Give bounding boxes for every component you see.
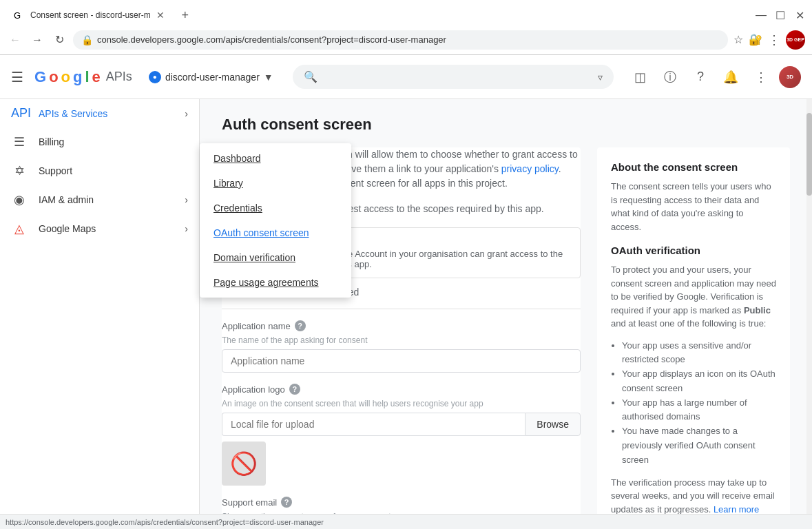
app-logo-help-icon[interactable]: ? xyxy=(289,384,300,395)
support-email-help-icon[interactable]: ? xyxy=(281,497,292,508)
app-logo-label-row: Application logo ? xyxy=(222,384,581,395)
sidebar: API APIs & Services › ☰ Billing ✡ Suppor… xyxy=(0,99,200,514)
app-name-help-icon[interactable]: ? xyxy=(295,320,306,331)
browser-chrome: G Consent screen - discord-user-m ✕ + — … xyxy=(0,0,812,55)
dropdown-item-oauth[interactable]: OAuth consent screen xyxy=(200,220,351,245)
minimize-button[interactable]: — xyxy=(754,9,768,21)
address-bar-actions: ☆ 🔐 ⋮ 3D GEP xyxy=(733,30,805,50)
support-icon: ✡ xyxy=(11,163,28,178)
maximize-button[interactable]: ☐ xyxy=(773,9,787,22)
file-upload-input[interactable] xyxy=(222,413,525,436)
project-name-label: discord-user-manager xyxy=(165,72,260,83)
close-button[interactable]: ✕ xyxy=(793,9,806,22)
privacy-policy-link[interactable]: privacy policy xyxy=(501,163,559,174)
app-logo-hint: An image on the consent screen that will… xyxy=(222,399,581,408)
avatar-initials: 3D GEP xyxy=(787,37,804,42)
google-letter-e-red: e xyxy=(92,68,101,86)
tab-bar: G Consent screen - discord-user-m ✕ + xyxy=(6,6,195,25)
user-profile-avatar[interactable]: 3D xyxy=(779,66,801,88)
oauth-public-bold: Public xyxy=(744,305,771,315)
google-letter-o-red: o xyxy=(49,68,58,86)
reload-button[interactable]: ↻ xyxy=(51,33,67,46)
maps-chevron-icon: › xyxy=(185,223,188,234)
search-input[interactable] xyxy=(323,72,592,83)
hamburger-menu-icon[interactable]: ☰ xyxy=(11,69,23,85)
project-dot-icon: ● xyxy=(149,71,161,83)
right-panel: About the consent screen The consent scr… xyxy=(597,147,790,514)
app-name-label-row: Application name ? xyxy=(222,320,581,331)
forward-button[interactable]: → xyxy=(29,34,45,46)
api-icon: API xyxy=(11,106,28,121)
topbar-avatar-initials: 3D xyxy=(787,74,793,80)
dropdown-item-credentials[interactable]: Credentials xyxy=(200,196,351,220)
sidebar-label-iam: IAM & admin xyxy=(39,194,174,205)
inner-layout: API APIs & Services › ☰ Billing ✡ Suppor… xyxy=(0,99,812,514)
dropdown-item-domain[interactable]: Domain verification xyxy=(200,245,351,270)
oauth-bullet-4: You have made changes to a previously ve… xyxy=(622,424,776,467)
iam-chevron-icon: › xyxy=(185,194,188,205)
oauth-mid-text: and at least one of the following is tru… xyxy=(611,318,766,329)
page-title: Auth consent screen xyxy=(222,116,790,134)
dropdown-item-page-usage[interactable]: Page usage agreements xyxy=(200,270,351,295)
consent-screen-text: The consent screen tells your users who … xyxy=(611,180,776,234)
security-lock-icon: 🔒 xyxy=(81,34,93,45)
image-placeholder-icon: 🚫 xyxy=(230,450,258,477)
status-bar: https://console.developers.google.com/ap… xyxy=(0,514,812,529)
apis-chevron-icon: › xyxy=(185,108,188,119)
google-letter-g-blue: G xyxy=(34,68,46,86)
sidebar-label-billing: Billing xyxy=(39,136,188,147)
address-bar: ← → ↻ 🔒 console.developers.google.com/ap… xyxy=(0,25,812,55)
browse-button[interactable]: Browse xyxy=(525,413,581,436)
topbar-search: 🔍 ▿ xyxy=(293,65,614,89)
dropdown-item-dashboard[interactable]: Dashboard xyxy=(200,146,351,171)
sidebar-item-apis[interactable]: API APIs & Services › xyxy=(0,99,199,127)
oauth-bullet-2: Your app displays an icon on its OAuth c… xyxy=(622,367,776,396)
window-controls: — ☐ ✕ xyxy=(754,9,806,22)
logo-placeholder: 🚫 xyxy=(222,442,266,486)
app-logo-field-group: Application logo ? An image on the conse… xyxy=(222,384,581,486)
sidebar-item-support[interactable]: ✡ Support xyxy=(0,156,199,185)
apis-dropdown-menu: Dashboard Library Credentials OAuth cons… xyxy=(200,143,351,298)
search-box: 🔍 ▿ xyxy=(293,65,614,89)
sidebar-label-support: Support xyxy=(39,165,188,176)
oauth-bullet-3: Your app has a large number of authorise… xyxy=(622,396,776,425)
sidebar-item-billing[interactable]: ☰ Billing xyxy=(0,127,199,156)
bookmark-icon[interactable]: ☆ xyxy=(733,33,743,46)
project-selector[interactable]: ● discord-user-manager ▼ xyxy=(143,68,279,86)
app-logo-label-text: Application logo xyxy=(222,384,285,395)
billing-icon: ☰ xyxy=(11,134,28,149)
dropdown-item-library[interactable]: Library xyxy=(200,171,351,196)
scrollbar-thumb[interactable] xyxy=(806,113,812,196)
iam-icon: ◉ xyxy=(11,192,28,207)
app-name-label-text: Application name xyxy=(222,321,291,331)
support-email-label-row: Support email ? xyxy=(222,497,581,508)
app-section: ☰ Google APIs ● discord-user-manager ▼ 🔍… xyxy=(0,55,812,529)
search-expand-icon[interactable]: ▿ xyxy=(598,72,603,83)
google-letter-g-blue2: g xyxy=(73,68,82,86)
sidebar-label-apis: APIs & Services xyxy=(39,108,174,119)
status-bar-url: https://console.developers.google.com/ap… xyxy=(6,518,324,526)
extension-icon[interactable]: 🔐 xyxy=(749,33,762,46)
topbar-actions: ◫ ⓘ ? 🔔 ⋮ 3D xyxy=(627,65,801,90)
browser-profile-avatar[interactable]: 3D GEP xyxy=(786,30,805,50)
support-email-field-group: Support email ? Shown on the consent scr… xyxy=(222,497,581,514)
verification-weeks-text: The verification process may take up to … xyxy=(611,476,776,514)
notifications-icon[interactable]: 🔔 xyxy=(718,65,743,90)
url-box[interactable]: 🔒 console.developers.google.com/apis/cre… xyxy=(73,30,728,50)
gcp-info-icon[interactable]: ⓘ xyxy=(658,65,683,90)
app-name-input[interactable] xyxy=(222,349,581,373)
back-button[interactable]: ← xyxy=(7,34,23,46)
new-tab-button[interactable]: + xyxy=(176,6,195,25)
learn-more-verification-link[interactable]: Learn more xyxy=(714,504,759,514)
help-icon[interactable]: ? xyxy=(688,65,713,90)
file-upload-row: Browse xyxy=(222,413,581,436)
settings-menu-icon[interactable]: ⋮ xyxy=(749,65,773,90)
google-topbar: ☰ Google APIs ● discord-user-manager ▼ 🔍… xyxy=(0,55,812,99)
tab-close-button[interactable]: ✕ xyxy=(156,10,165,21)
browser-menu-button[interactable]: ⋮ xyxy=(768,32,780,48)
sidebar-item-maps[interactable]: ◬ Google Maps › xyxy=(0,214,199,243)
grid-apps-icon[interactable]: ◫ xyxy=(627,65,652,90)
active-tab[interactable]: G Consent screen - discord-user-m ✕ xyxy=(6,6,173,25)
sidebar-item-iam[interactable]: ◉ IAM & admin › xyxy=(0,185,199,214)
scrollbar-track xyxy=(806,99,812,514)
